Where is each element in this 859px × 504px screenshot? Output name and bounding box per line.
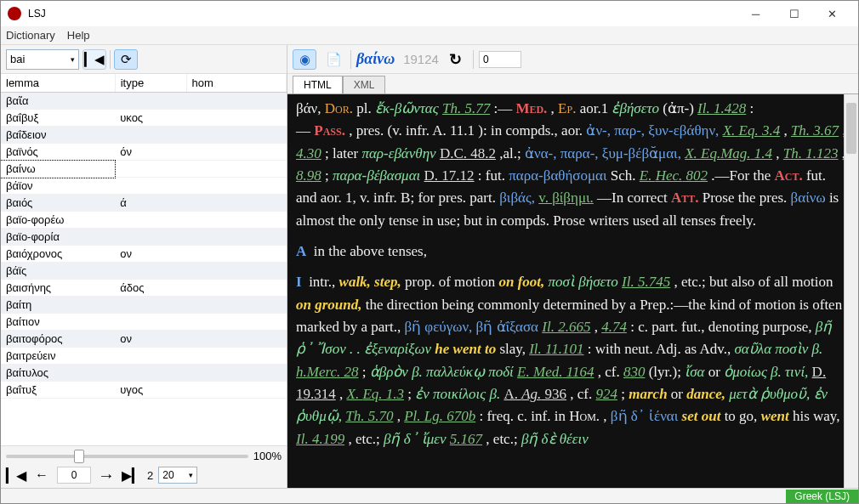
table-row[interactable]: βαϊο-φορία (1, 229, 287, 246)
table-row[interactable]: βαισήνηςάδος (1, 280, 287, 297)
cell-lemma: βαῖα (1, 93, 115, 110)
table-row[interactable]: βαιόςά (1, 195, 287, 212)
table-row[interactable]: βαίνω (1, 161, 287, 178)
ref-link[interactable]: 4.74 (601, 319, 627, 335)
ref-link[interactable]: Il. 2.665 (542, 319, 590, 335)
cell-hom (186, 127, 286, 144)
table-row[interactable]: βάϊς (1, 263, 287, 280)
left-panel: ▾ ▎◀ ⟳ lemma itype hom βαῖαβαΐβυξυκοςβαΐ… (1, 45, 287, 488)
slider-thumb[interactable] (74, 450, 84, 463)
ref-link[interactable]: Il. 5.745 (622, 274, 670, 290)
page-size-combo[interactable]: ▾ (158, 467, 197, 484)
dropdown-icon[interactable]: ▾ (66, 55, 78, 64)
table-row[interactable]: βαιτοφόροςον (1, 331, 287, 348)
right-panel: ◉ 📄 βαίνω 19124 ↻ HTML XML βάν, Dor. pl.… (287, 45, 858, 488)
minimize-button[interactable]: ─ (737, 1, 775, 26)
table-row[interactable]: βαῖα (1, 93, 287, 110)
scrollbar-thumb[interactable] (846, 103, 856, 154)
col-lemma[interactable]: lemma (1, 74, 115, 93)
ref-link[interactable]: h.Merc. 28 (296, 364, 359, 380)
ref-link[interactable]: 8.98 (296, 167, 321, 184)
cell-lemma: βαίτυλος (1, 365, 115, 382)
cell-lemma: βαϊο-φορέω (1, 212, 115, 229)
ref-link[interactable]: 924 (596, 386, 618, 402)
sync-button[interactable]: ↻ (444, 49, 468, 70)
table-row[interactable]: βαιόχρονοςον (1, 246, 287, 263)
go-first-button[interactable]: ▎◀ (82, 49, 106, 70)
menubar: Dictionary Help (1, 26, 858, 45)
ref-link[interactable]: 830 (623, 364, 646, 380)
right-toolbar: ◉ 📄 βαίνω 19124 ↻ (287, 45, 858, 74)
table-row[interactable]: βαίτη (1, 297, 287, 314)
zoom-slider[interactable] (6, 455, 248, 458)
cell-itype (115, 229, 186, 246)
col-itype[interactable]: itype (115, 74, 186, 93)
maximize-button[interactable]: ☐ (775, 1, 813, 26)
col-hom[interactable]: hom (186, 74, 286, 93)
ref-link[interactable]: v. βίβημι. (538, 190, 594, 206)
ref-link[interactable]: Th. 1.123 (783, 145, 839, 161)
ref-link[interactable]: Il. 11.101 (529, 341, 583, 357)
menu-dictionary[interactable]: Dictionary (6, 29, 55, 42)
cell-lemma: βαϊνός (1, 144, 115, 161)
tab-xml[interactable]: XML (343, 76, 386, 93)
cell-itype (115, 348, 186, 365)
table-row[interactable]: βαιτρεύειν (1, 348, 287, 365)
cell-hom (186, 195, 286, 212)
ref-link[interactable]: Th. 3.67 (791, 122, 839, 139)
cell-lemma: βαίτη (1, 297, 115, 314)
ref-link[interactable]: Il. 1.428 (697, 100, 746, 116)
ref-link[interactable]: X. Eq.Mag. 1.4 (685, 145, 772, 161)
cell-itype (115, 178, 186, 195)
table-row[interactable]: βαϊο-φορέω (1, 212, 287, 229)
ref-link[interactable]: X. Eq. 1.3 (347, 386, 405, 402)
menu-help[interactable]: Help (67, 29, 90, 42)
file-icon: 📄 (321, 49, 345, 70)
ref-link[interactable]: Th. 5.70 (345, 408, 393, 424)
page-current[interactable] (57, 467, 91, 484)
tab-html[interactable]: HTML (293, 76, 343, 93)
search-input[interactable] (7, 53, 66, 65)
ref-link[interactable]: Pl. Lg. 670b (404, 408, 475, 424)
entry-content[interactable]: βάν, Dor. pl. ἔκ-βῶντας Th. 5.77 :— Med.… (287, 94, 858, 488)
cell-itype: όν (115, 144, 186, 161)
nav-prev[interactable]: ← (31, 466, 52, 484)
nav-next[interactable]: → (96, 466, 117, 484)
page-size[interactable] (159, 469, 185, 481)
reload-icon: ⟳ (121, 52, 132, 67)
ref-link[interactable]: 5.167 (450, 431, 482, 447)
table-row[interactable]: βαίτιον (1, 314, 287, 331)
cell-itype: άδος (115, 280, 186, 297)
dropdown-icon[interactable]: ▾ (185, 471, 196, 479)
cell-itype (115, 127, 186, 144)
ref-link[interactable]: E. Med. 1164 (517, 364, 594, 380)
target-icon: ◉ (299, 52, 310, 67)
nav-first[interactable]: ▎◀ (6, 466, 26, 484)
search-combo[interactable]: ▾ (6, 49, 79, 70)
table-row[interactable]: βαΐβυξυκος (1, 110, 287, 127)
cell-lemma: βαίνω (1, 161, 115, 178)
table-row[interactable]: βαΐδειον (1, 127, 287, 144)
close-button[interactable]: ✕ (813, 1, 851, 26)
cell-lemma: βαΐτυξ (1, 382, 115, 399)
table-row[interactable]: βαϊνόςόν (1, 144, 287, 161)
target-button[interactable]: ◉ (293, 49, 316, 70)
cell-hom (186, 280, 286, 297)
ref-link[interactable]: X. Eq. 3.4 (723, 122, 781, 139)
ref-link[interactable]: 4.30 (296, 145, 321, 161)
cell-itype (115, 365, 186, 382)
left-footer: 100% ▎◀ ← → ▶▎ 2 ▾ (1, 445, 287, 488)
language-badge[interactable]: Greek (LSJ) (786, 490, 858, 503)
ref-link[interactable]: E. Hec. 802 (640, 167, 708, 184)
table-row[interactable]: βάϊον (1, 178, 287, 195)
ref-link[interactable]: Il. 4.199 (296, 431, 344, 447)
ref-link[interactable]: Th. 5.77 (442, 100, 490, 116)
table-row[interactable]: βαίτυλος (1, 365, 287, 382)
nav-last[interactable]: ▶▎ (122, 466, 142, 484)
refresh-button[interactable]: ⟳ (114, 49, 138, 70)
lemma-grid[interactable]: lemma itype hom βαῖαβαΐβυξυκοςβαΐδειονβα… (1, 74, 287, 445)
cell-itype (115, 161, 186, 178)
table-row[interactable]: βαΐτυξυγος (1, 382, 287, 399)
vertical-scrollbar[interactable] (844, 94, 858, 488)
counter-input[interactable] (479, 51, 521, 68)
